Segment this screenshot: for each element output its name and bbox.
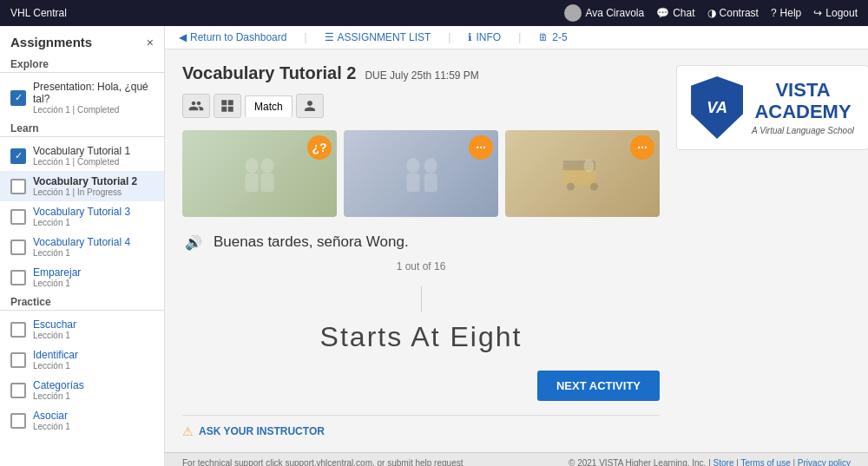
sidebar-item-identificar[interactable]: Identificar Lección 1 [0,345,164,375]
sidebar-item-vocab4[interactable]: Vocabulary Tutorial 4 Lección 1 [0,232,164,262]
sidebar-section-learn: Learn [0,119,164,137]
sidebar-sub-emparejar: Lección 1 [33,279,81,288]
image-card-bus[interactable]: ··· [505,130,660,217]
footer-copyright: © 2021 VISTA Higher Learning, Inc. | Sto… [569,458,851,466]
logo-title: VISTAACADEMY [752,80,854,121]
top-nav-right: Ava Ciravola 💬 Chat ◑ Contrast ? Help ↪ … [564,4,858,22]
sidebar-name-identificar: Identificar [33,349,78,361]
activity-title: Vocabulary Tutorial 2 [182,63,356,83]
sidebar-item-asociar[interactable]: Asociar Lección 1 [0,405,164,436]
sidebar-item-vocab1[interactable]: ✓ Vocabulary Tutorial 1 Lección 1 | Comp… [0,141,164,171]
chat-link[interactable]: 💬 Chat [656,7,694,19]
handwriting-text: Starts At Eight [320,321,523,353]
svg-rect-1 [246,174,259,192]
sidebar-item-presentation[interactable]: ✓ Presentation: Hola, ¿qué tal? Lección … [0,76,164,119]
logout-link[interactable]: ↪ Logout [813,7,858,19]
checkbox-asociar [10,413,26,429]
page-indicator[interactable]: 🗎 2-5 [538,31,567,43]
ask-instructor-link[interactable]: ASK YOUR INSTRUCTOR [199,425,325,437]
checkbox-categorias [10,383,26,398]
sidebar-name-vocab2: Vocabulary Tutorial 2 [33,175,137,187]
images-row: ¿? ··· [182,130,660,217]
contrast-link[interactable]: ◑ Contrast [707,7,759,19]
image-card-office[interactable]: ··· [344,130,498,217]
checkbox-emparejar [10,270,26,286]
footer: For technical support click support.vhlc… [165,452,868,466]
sidebar-item-categorias[interactable]: Categorías Lección 1 [0,375,164,405]
checkbox-vocab3 [10,209,26,225]
warning-icon: ⚠ [182,424,194,438]
logo-shield: VA [691,76,743,139]
svg-rect-3 [261,174,274,192]
sidebar-item-vocab3[interactable]: Vocabulary Tutorial 3 Lección 1 [0,201,164,232]
sidebar-name-escuchar: Escuchar [33,318,76,331]
secondary-nav: ◀ Return to Dashboard | ☰ ASSIGNMENT LIS… [165,26,868,49]
sidebar-title: Assignments [10,35,92,49]
ask-instructor-row: ⚠ ASK YOUR INSTRUCTOR [182,415,660,438]
due-label: DUE July 25th 11:59 PM [365,69,478,82]
user-name: Ava Ciravola [585,7,644,19]
assignment-list-link[interactable]: ☰ ASSIGNMENT LIST [325,31,431,43]
svg-point-4 [407,158,420,174]
sidebar-name-vocab3: Vocabulary Tutorial 3 [33,206,130,218]
sidebar-section-practice: Practice [0,292,164,311]
svg-rect-5 [407,174,420,192]
sidebar-item-emparejar[interactable]: Emparejar Lección 1 [0,262,164,292]
checkbox-presentation: ✓ [10,90,26,106]
help-link[interactable]: ? Help [771,7,801,19]
checkbox-vocab1: ✓ [10,148,26,164]
sidebar-name-categorias: Categorías [33,379,84,391]
svg-point-12 [584,160,595,173]
sidebar-item-vocab2[interactable]: Vocabulary Tutorial 2 Lección 1 | In Pro… [0,171,164,201]
page-icon: 🗎 [538,31,549,43]
checkbox-vocab2 [10,179,26,194]
checkbox-identificar [10,352,26,368]
center-divider [421,286,422,312]
sidebar-sub-vocab4: Lección 1 [33,248,130,258]
svg-point-2 [261,158,274,174]
app-name: VHL Central [10,7,67,19]
sidebar-item-name-presentation: Presentation: Hola, ¿qué tal? [33,81,154,105]
main-content: ◀ Return to Dashboard | ☰ ASSIGNMENT LIS… [165,26,868,466]
sidebar-item-sub-presentation: Lección 1 | Completed [33,105,154,115]
sidebar: Assignments × Explore ✓ Presentation: Ho… [0,26,165,466]
svg-point-11 [590,183,598,191]
match-button[interactable]: Match [245,95,293,117]
svg-point-6 [424,158,437,174]
sidebar-name-vocab4: Vocabulary Tutorial 4 [33,236,130,248]
main-layout: Assignments × Explore ✓ Presentation: Ho… [0,26,868,466]
phrase-row: 🔊 Buenas tardes, señora Wong. [182,231,660,253]
toolbar-icon-person[interactable] [296,94,324,118]
activity-toolbar: Match [182,94,660,118]
next-activity-button[interactable]: NEXT ACTIVITY [537,371,660,401]
sidebar-sub-vocab1: Lección 1 | Completed [33,157,130,167]
return-to-dashboard-link[interactable]: ◀ Return to Dashboard [179,31,286,43]
toolbar-icon-people[interactable] [182,94,210,118]
sidebar-sub-vocab3: Lección 1 [33,218,130,227]
svg-rect-7 [424,174,437,192]
right-panel: VA VISTAACADEMY A Virtual Language Schoo… [677,49,868,452]
avatar: Ava Ciravola [564,4,644,22]
sidebar-close-button[interactable]: × [147,36,154,49]
sidebar-sub-identificar: Lección 1 [33,361,78,371]
checkbox-vocab4 [10,240,26,255]
next-activity-row: NEXT ACTIVITY [182,371,660,401]
sidebar-sub-asociar: Lección 1 [33,422,70,431]
svg-point-10 [567,183,575,191]
footer-privacy-link[interactable]: Privacy policy [798,458,851,466]
sidebar-sub-escuchar: Lección 1 [33,331,76,340]
app-name-area: VHL Central [10,7,67,19]
handwriting-area: Starts At Eight [182,321,660,353]
back-arrow-icon: ◀ [179,31,187,43]
image-card-couple[interactable]: ¿? [182,130,337,217]
sidebar-item-escuchar[interactable]: Escuchar Lección 1 [0,314,164,345]
footer-store-link[interactable]: Store [713,458,734,466]
info-icon: ℹ [468,31,472,43]
toolbar-icon-grid[interactable] [214,94,241,118]
audio-button[interactable]: 🔊 [182,231,205,253]
footer-terms-link[interactable]: Terms of use [740,458,790,466]
info-link[interactable]: ℹ INFO [468,31,501,43]
logo-subtitle: A Virtual Language School [752,126,854,135]
logo-box: VA VISTAACADEMY A Virtual Language Schoo… [676,65,868,150]
image-badge-couple: ¿? [307,135,332,160]
